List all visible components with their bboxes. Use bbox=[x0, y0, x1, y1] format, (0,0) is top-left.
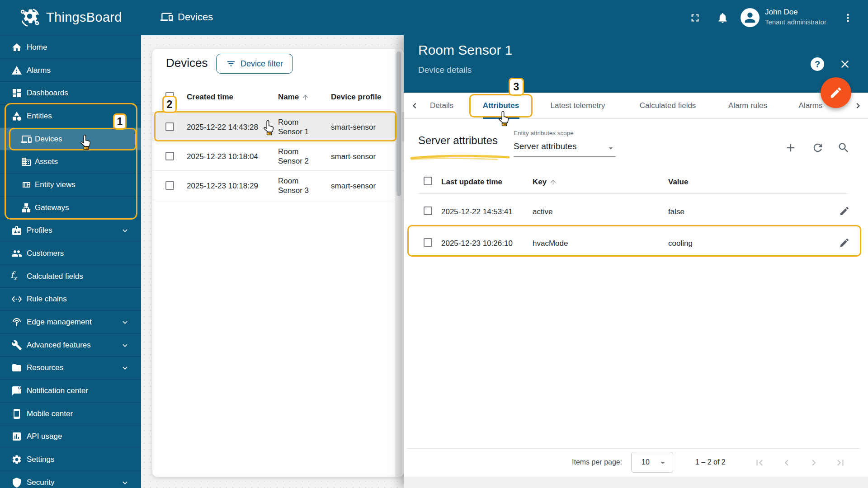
user-name: John Doe bbox=[765, 7, 826, 17]
divider bbox=[418, 193, 848, 194]
tab-calculated-fields[interactable]: Calculated fields bbox=[640, 93, 696, 119]
sort-asc-icon bbox=[549, 178, 557, 186]
sidebar-item-gateways[interactable]: Gateways bbox=[0, 196, 141, 219]
row-checkbox[interactable] bbox=[165, 152, 174, 160]
last-update-cell: 2025-12-23 10:26:10 bbox=[441, 239, 513, 248]
detail-tabs: Details Attributes Latest telemetry Calc… bbox=[404, 93, 868, 119]
sidebar-item-entity-views[interactable]: Entity views bbox=[0, 173, 141, 196]
sidebar-item-resources[interactable]: Resources bbox=[0, 356, 141, 379]
sidebar-item-rule-chains[interactable]: Rule chains bbox=[0, 287, 141, 310]
row-checkbox[interactable] bbox=[424, 206, 432, 215]
devices-table-header: Created time Name Device profile bbox=[152, 89, 404, 108]
tab-latest-telemetry[interactable]: Latest telemetry bbox=[551, 93, 605, 119]
pagination-range: 1 – 2 of 2 bbox=[695, 458, 726, 466]
tabs-scroll-right-icon[interactable] bbox=[853, 100, 863, 111]
rule-chain-icon bbox=[11, 294, 22, 305]
add-attribute-icon[interactable] bbox=[784, 141, 797, 154]
tabs-scroll-left-icon[interactable] bbox=[409, 100, 420, 111]
column-key[interactable]: Key bbox=[533, 178, 557, 187]
device-filter-button[interactable]: Device filter bbox=[216, 54, 293, 74]
device-row-2[interactable]: 2025-12-23 10:18:04 Room Sensor 2 smart-… bbox=[152, 141, 404, 171]
sidebar: Home Alarms Dashboards Entities Devices … bbox=[0, 35, 141, 488]
more-vert-icon[interactable] bbox=[842, 12, 854, 24]
edit-pencil-icon[interactable] bbox=[839, 237, 850, 248]
sidebar-item-assets[interactable]: Assets bbox=[0, 150, 141, 173]
sidebar-item-settings[interactable]: Settings bbox=[0, 448, 141, 471]
column-last-update-time[interactable]: Last update time bbox=[441, 178, 502, 187]
value-cell: cooling bbox=[668, 239, 693, 248]
user-info[interactable]: John Doe Tenant administrator bbox=[765, 7, 826, 27]
step-marker-3: 3 bbox=[509, 78, 524, 96]
refresh-icon[interactable] bbox=[811, 141, 824, 154]
sidebar-item-advanced-features[interactable]: Advanced features bbox=[0, 333, 141, 357]
device-filter-label: Device filter bbox=[241, 59, 283, 69]
row-checkbox[interactable] bbox=[424, 238, 432, 247]
sidebar-item-alarms[interactable]: Alarms bbox=[0, 59, 141, 82]
fullscreen-icon[interactable] bbox=[689, 12, 701, 24]
items-per-page-label: Items per page: bbox=[572, 458, 622, 466]
devices-scrollbar[interactable] bbox=[395, 49, 402, 477]
avatar[interactable] bbox=[741, 8, 760, 27]
breadcrumb[interactable]: Devices bbox=[160, 11, 213, 23]
device-row-1[interactable]: 2025-12-22 14:43:28 Room Sensor 1 smart-… bbox=[152, 112, 404, 141]
row-checkbox[interactable] bbox=[165, 181, 174, 190]
sidebar-item-security[interactable]: Security bbox=[0, 471, 141, 488]
previous-page-icon[interactable] bbox=[781, 457, 793, 469]
tab-alarm-rules[interactable]: Alarm rules bbox=[728, 93, 767, 119]
sidebar-item-dashboards[interactable]: Dashboards bbox=[0, 81, 141, 104]
view-quilt-icon bbox=[21, 179, 32, 190]
created-time-cell: 2025-12-23 10:18:04 bbox=[187, 152, 258, 161]
column-name[interactable]: Name bbox=[278, 93, 309, 102]
antenna-icon bbox=[11, 317, 22, 328]
column-created-time[interactable]: Created time bbox=[187, 93, 233, 102]
close-icon[interactable] bbox=[839, 58, 851, 70]
device-details-drawer: Room Sensor 1 Device details ? Details A… bbox=[404, 35, 868, 488]
sidebar-item-api-usage[interactable]: API usage bbox=[0, 425, 141, 448]
sidebar-item-mobile-center[interactable]: Mobile center bbox=[0, 402, 141, 425]
device-row-3[interactable]: 2025-12-23 10:18:29 Room Sensor 3 smart-… bbox=[152, 171, 404, 200]
notifications-bell-icon[interactable] bbox=[717, 12, 729, 24]
key-cell: hvacMode bbox=[533, 239, 568, 248]
sidebar-item-home[interactable]: Home bbox=[0, 36, 141, 59]
next-page-icon[interactable] bbox=[808, 457, 820, 469]
chevron-down-icon bbox=[120, 318, 130, 327]
scope-select[interactable]: Server attributes bbox=[514, 138, 616, 157]
chevron-down-icon bbox=[120, 478, 130, 488]
device-profile-cell: smart-sensor bbox=[331, 182, 376, 191]
row-checkbox[interactable] bbox=[165, 122, 174, 131]
edit-fab-button[interactable] bbox=[821, 77, 851, 108]
column-value[interactable]: Value bbox=[668, 178, 688, 187]
scope-value: Server attributes bbox=[514, 141, 576, 151]
sort-asc-icon bbox=[302, 94, 309, 101]
building-icon bbox=[21, 156, 32, 167]
divider bbox=[407, 448, 859, 449]
sidebar-item-profiles[interactable]: Profiles bbox=[0, 219, 141, 242]
attribute-row-active[interactable]: 2025-12-22 14:53:41 active false bbox=[404, 196, 868, 226]
bar-chart-icon bbox=[11, 431, 22, 442]
tab-alarms[interactable]: Alarms bbox=[799, 93, 823, 119]
sidebar-item-devices[interactable]: Devices bbox=[0, 127, 141, 150]
attributes-panel: Server attributes Entity attributes scop… bbox=[404, 119, 868, 477]
attribute-row-hvacmode[interactable]: 2025-12-23 10:26:10 hvacMode cooling bbox=[404, 227, 868, 258]
first-page-icon[interactable] bbox=[754, 457, 765, 469]
fx-icon: fx bbox=[10, 270, 17, 282]
column-device-profile[interactable]: Device profile bbox=[331, 93, 382, 102]
sidebar-item-edge-management[interactable]: Edge management bbox=[0, 310, 141, 333]
help-icon[interactable]: ? bbox=[811, 57, 824, 71]
warning-icon bbox=[11, 65, 22, 76]
sidebar-item-notification-center[interactable]: Notification center bbox=[0, 379, 141, 402]
tab-details[interactable]: Details bbox=[430, 93, 453, 119]
notification-bubble-icon bbox=[11, 385, 22, 396]
scrollbar-thumb[interactable] bbox=[396, 52, 401, 196]
edit-pencil-icon[interactable] bbox=[839, 206, 850, 216]
dropdown-arrow-icon bbox=[658, 458, 668, 468]
last-page-icon[interactable] bbox=[835, 457, 846, 469]
sidebar-item-calculated-fields[interactable]: fxCalculated fields bbox=[0, 265, 141, 288]
search-icon[interactable] bbox=[837, 141, 850, 154]
sidebar-item-customers[interactable]: Customers bbox=[0, 242, 141, 265]
chevron-down-icon bbox=[120, 341, 130, 350]
chevron-down-icon bbox=[120, 226, 130, 235]
select-all-checkbox[interactable] bbox=[424, 177, 432, 185]
network-icon bbox=[21, 202, 32, 213]
items-per-page-select[interactable]: 10 bbox=[631, 452, 673, 473]
